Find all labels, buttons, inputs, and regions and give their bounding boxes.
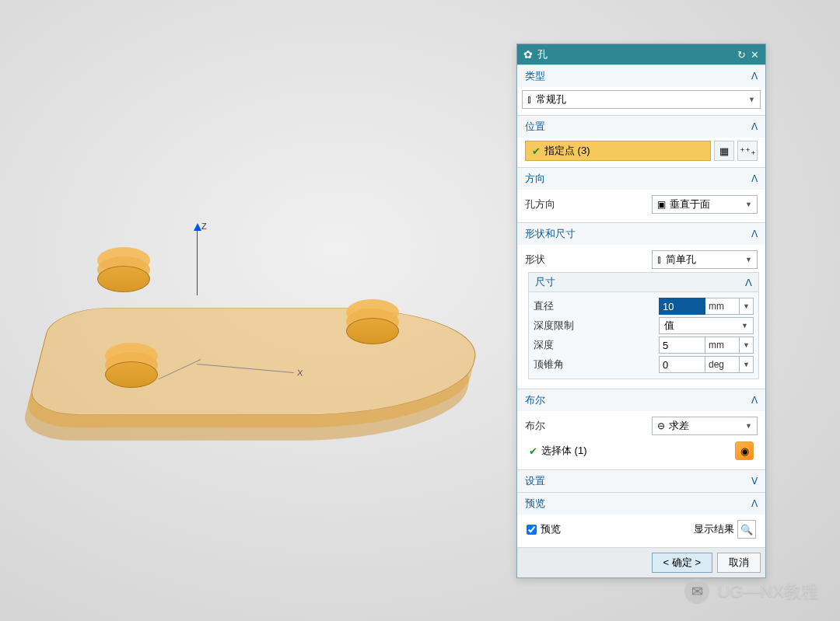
- depth-menu-button[interactable]: ▼: [740, 337, 754, 354]
- preview-checkbox[interactable]: [527, 525, 537, 535]
- boolean-value: 求差: [669, 419, 689, 433]
- check-icon: ✔: [529, 445, 537, 457]
- shape-label: 形状: [525, 253, 545, 267]
- boolean-label: 布尔: [525, 419, 545, 433]
- chevron-up-icon: ᐱ: [751, 121, 758, 132]
- section-boolean-body: 布尔 ⊖ 求差 ▼ ✔ 选择体 (1) ◉: [517, 411, 765, 469]
- watermark-text: UG—NX教程: [717, 580, 818, 603]
- section-preview-label: 预览: [525, 497, 545, 511]
- dimensions-subheader[interactable]: 尺寸 ᐱ: [528, 272, 759, 292]
- section-direction-body: 孔方向 ▣ 垂直于面 ▼: [517, 190, 765, 222]
- section-settings-header[interactable]: 设置 ᐯ: [517, 469, 765, 492]
- chevron-down-icon: ▼: [745, 422, 752, 430]
- check-icon: ✔: [532, 145, 541, 157]
- chevron-up-icon: ᐱ: [751, 229, 758, 239]
- section-direction-header[interactable]: 方向 ᐱ: [517, 167, 765, 190]
- section-preview-header[interactable]: 预览 ᐱ: [517, 492, 765, 515]
- chevron-up-icon: ᐱ: [745, 277, 752, 288]
- section-preview-body: 预览 显示结果 🔍: [517, 515, 765, 547]
- section-position-label: 位置: [525, 120, 545, 134]
- section-settings-label: 设置: [525, 474, 545, 488]
- section-type-label: 类型: [525, 69, 545, 83]
- simple-hole-icon: ⫿: [657, 254, 662, 265]
- body-icon: ◉: [735, 441, 754, 460]
- dialog-titlebar[interactable]: ✿ 孔 ↻ ✕: [517, 44, 765, 65]
- subtract-icon: ⊖: [657, 420, 665, 431]
- section-shape-label: 形状和尺寸: [525, 227, 576, 241]
- base-plate: [25, 308, 488, 415]
- section-type-header[interactable]: 类型 ᐱ: [517, 65, 765, 87]
- dialog-button-bar: < 确定 > 取消: [517, 547, 765, 577]
- cancel-button[interactable]: 取消: [717, 553, 761, 573]
- close-icon[interactable]: ✕: [751, 49, 759, 61]
- chevron-down-icon: ▼: [745, 201, 752, 208]
- hole-2: [346, 318, 399, 344]
- magnifier-icon: 🔍: [740, 524, 753, 536]
- shape-dropdown[interactable]: ⫿ 简单孔 ▼: [652, 250, 758, 269]
- tip-angle-unit[interactable]: deg: [705, 356, 740, 373]
- diameter-menu-button[interactable]: ▼: [740, 298, 754, 315]
- diameter-input[interactable]: [659, 298, 705, 315]
- chevron-up-icon: ᐱ: [751, 173, 758, 184]
- section-shape-body: 形状 ⫿ 简单孔 ▼ 尺寸 ᐱ 直径 mm ▼ 深度限制 值 ▼: [517, 245, 765, 389]
- section-direction-label: 方向: [525, 172, 545, 186]
- axis-z: [197, 225, 198, 295]
- dimensions-label: 尺寸: [535, 275, 555, 289]
- show-result-button[interactable]: 🔍: [737, 520, 756, 539]
- hole-3: [105, 361, 158, 388]
- sketch-icon-button[interactable]: ▦: [714, 141, 734, 161]
- tip-angle-menu-button[interactable]: ▼: [740, 356, 754, 373]
- section-boolean-label: 布尔: [525, 393, 545, 407]
- wechat-icon: ✉: [684, 579, 709, 604]
- dimensions-body: 直径 mm ▼ 深度限制 值 ▼ 深度 mm ▼ 顶锥角: [528, 292, 759, 379]
- hole-direction-label: 孔方向: [525, 197, 555, 211]
- hole-type-value: 常规孔: [536, 92, 566, 106]
- sketch-icon: ▦: [719, 145, 729, 157]
- hole-direction-value: 垂直于面: [670, 197, 710, 211]
- section-type-body: ⫿ 常规孔 ▼: [517, 87, 765, 115]
- tip-angle-label: 顶锥角: [534, 358, 659, 372]
- depth-limit-value: 值: [664, 319, 674, 333]
- hole-dialog: ✿ 孔 ↻ ✕ 类型 ᐱ ⫿ 常规孔 ▼ 位置 ᐱ ✔ 指定点 (3) ▦ ⁺⁺…: [516, 44, 766, 578]
- axis-y: [158, 359, 201, 379]
- chevron-down-icon: ▼: [748, 96, 755, 103]
- hole-1: [97, 266, 150, 292]
- select-body-field[interactable]: ✔ 选择体 (1) ◉: [523, 438, 759, 463]
- reset-icon[interactable]: ↻: [737, 49, 746, 61]
- preview-checkbox-label: 预览: [541, 522, 561, 536]
- specify-points-label: 指定点 (3): [544, 144, 590, 158]
- axis-x: [197, 364, 294, 373]
- depth-limit-dropdown[interactable]: 值 ▼: [659, 317, 754, 334]
- depth-unit[interactable]: mm: [705, 337, 740, 354]
- model-preview: [23, 233, 482, 466]
- section-shape-header[interactable]: 形状和尺寸 ᐱ: [517, 222, 765, 245]
- depth-label: 深度: [534, 338, 659, 352]
- section-boolean-header[interactable]: 布尔 ᐱ: [517, 389, 765, 411]
- specify-points-field[interactable]: ✔ 指定点 (3): [525, 141, 711, 161]
- chevron-up-icon: ᐱ: [751, 71, 758, 82]
- diameter-unit[interactable]: mm: [705, 298, 740, 315]
- points-icon: ⁺⁺₊: [740, 145, 756, 157]
- chevron-down-icon: ▼: [745, 256, 752, 263]
- shape-value: 简单孔: [666, 253, 696, 267]
- point-constructor-button[interactable]: ⁺⁺₊: [737, 141, 758, 161]
- normal-to-face-icon: ▣: [657, 199, 666, 210]
- chevron-up-icon: ᐱ: [751, 498, 758, 509]
- hole-type-dropdown[interactable]: ⫿ 常规孔 ▼: [522, 90, 761, 109]
- ok-button[interactable]: < 确定 >: [652, 553, 712, 573]
- chevron-down-icon: ▼: [741, 322, 748, 330]
- boolean-dropdown[interactable]: ⊖ 求差 ▼: [652, 417, 758, 435]
- gear-icon: ✿: [523, 48, 533, 61]
- depth-input[interactable]: [659, 337, 705, 354]
- section-position-header[interactable]: 位置 ᐱ: [517, 115, 765, 138]
- show-result-label: 显示结果: [694, 522, 734, 536]
- tip-angle-input[interactable]: [659, 356, 705, 373]
- section-position-body: ✔ 指定点 (3) ▦ ⁺⁺₊: [517, 138, 765, 167]
- dialog-title: 孔: [537, 47, 548, 61]
- hole-direction-dropdown[interactable]: ▣ 垂直于面 ▼: [652, 195, 758, 214]
- select-body-label: 选择体 (1): [541, 444, 587, 458]
- diameter-label: 直径: [534, 299, 659, 313]
- chevron-down-icon: ᐯ: [751, 476, 758, 487]
- watermark: ✉ UG—NX教程: [684, 579, 818, 604]
- hole-type-icon: ⫿: [527, 94, 532, 105]
